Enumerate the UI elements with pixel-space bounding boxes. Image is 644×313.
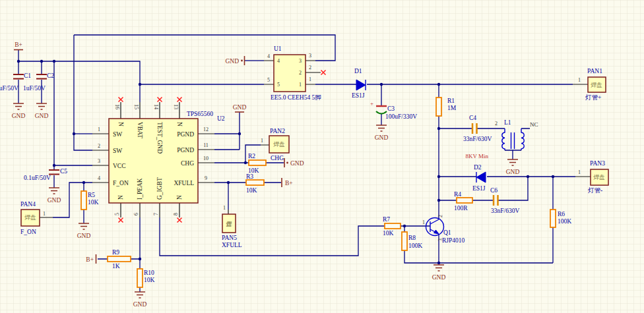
u1-pin-number: 5 (267, 77, 270, 83)
pan1-net-label: 灯管+ (585, 94, 601, 101)
u2-pin-name: N (117, 122, 124, 127)
u2-pin-name: TEST_GND (156, 122, 163, 154)
c2-value: 1uF/50V (23, 85, 46, 92)
u2-pin-name: XFULL (174, 180, 194, 186)
u1-pin-number: 4 (267, 53, 270, 59)
r6-designator: R6 (558, 211, 565, 217)
pan4-pad-label: 焊盘 (24, 214, 36, 221)
c6-value: 33nF/630V (491, 208, 519, 214)
u2-pin-name: PGND (177, 131, 194, 138)
bplus-label: B+ (15, 42, 22, 48)
q1-pin-number: 1 (422, 219, 425, 225)
l1-nc-label: NC (530, 121, 538, 128)
q1-designator: Q1 (443, 229, 451, 236)
u2-pin-number: 13 (173, 104, 179, 109)
pan3-pad-label: 焊盘 (593, 174, 605, 181)
u1-pin-number: 3 (309, 53, 311, 59)
u2-pin-name: VCC (113, 163, 126, 169)
u2-pin-number: 3 (98, 158, 100, 164)
u2-pin-name: N (117, 195, 124, 200)
gnd-label: GND (233, 104, 247, 111)
pan2-designator: PAN2 (270, 128, 285, 134)
r9-value: 1K (112, 263, 120, 270)
c5-designator: C5 (60, 168, 67, 175)
q1-pin-number: 2 (437, 215, 443, 217)
gnd-label: GND (506, 169, 520, 175)
schematic-canvas: TPS65560 U2 SW SW VCC F_ON PGND PGND CHG… (0, 0, 644, 313)
u2-pin-name: PGND (177, 147, 194, 154)
r8-value: 100K (408, 242, 422, 249)
d2-value: ES1J (472, 185, 486, 192)
gnd-label: GND (48, 197, 61, 204)
pan2-pin-number: 1 (261, 138, 263, 144)
gnd-label: GND (290, 160, 304, 167)
gnd-label: GND (77, 233, 91, 239)
pan4-pin-number: 1 (43, 211, 46, 217)
u1-pin-number: 4 (277, 58, 280, 64)
c2-designator: C2 (47, 72, 54, 79)
d1-designator: D1 (354, 68, 362, 74)
c4-designator: C4 (469, 115, 476, 121)
r1-designator: R1 (447, 98, 455, 104)
pan1-designator: PAN1 (587, 68, 602, 74)
r4-designator: R4 (454, 191, 461, 198)
u1-pin-number: 1 (299, 82, 302, 88)
pan2-pad-label: 焊盘 (273, 141, 285, 148)
r10-value: 10K (144, 277, 155, 283)
u2-pin-name: I_PEAK (137, 178, 143, 200)
u2-pin-number: 7 (153, 213, 159, 215)
pan5-net-label: XFULL (222, 242, 242, 248)
pan4-net-label: F_ON (20, 229, 36, 235)
gnd-label: GND (35, 113, 49, 119)
u2-pin-number: 15 (133, 104, 139, 109)
c3-plus-mark: + (370, 100, 373, 107)
bplus-label: B+ (86, 256, 94, 263)
u2-pin-number: 2 (98, 143, 100, 149)
u2-pin-name: G_IGBT (156, 177, 163, 200)
c1-value: 1uF/50V (0, 85, 18, 92)
gnd-label: GND (12, 113, 26, 119)
pan4-designator: PAN4 (20, 201, 36, 208)
u1-comment: EE5.0 CEEH54 5脚 (271, 94, 321, 101)
u1-pin-number: 2 (309, 65, 311, 71)
pan5-designator: PAN5 (222, 235, 237, 241)
pan1-pad-label: 焊盘 (591, 82, 602, 88)
u2-pin-number: 10 (203, 156, 209, 161)
pan2-net-label: CHG (271, 155, 284, 161)
gnd-label: GND (432, 274, 446, 281)
r4-value: 100R (454, 205, 468, 212)
u2-pin-number: 6 (133, 213, 139, 215)
pan3-net-label: 灯管- (588, 187, 602, 194)
pan1-pin-number: 1 (578, 77, 581, 83)
gnd-label: GND (133, 301, 147, 308)
r9-designator: R9 (112, 249, 119, 256)
c3-designator: C3 (387, 105, 395, 112)
u2-pin-name: SW (113, 148, 122, 154)
u2-pin-number: 11 (203, 142, 209, 148)
u2-pin-number: 8 (173, 213, 179, 215)
pan5-pin-number: 1 (223, 205, 226, 211)
u2-pin-number: 5 (114, 213, 120, 215)
c3-value: 100uF/330V (385, 113, 417, 120)
pan3-pin-number: 1 (578, 169, 581, 175)
r8-designator: R8 (408, 235, 416, 241)
u2-pin-name: N (176, 122, 183, 127)
u1-pin-number: 1 (309, 76, 311, 82)
c6-designator: C6 (490, 187, 498, 194)
r3-value: 10K (246, 187, 257, 194)
r10-designator: R10 (144, 270, 154, 276)
r3-designator: R3 (246, 173, 253, 180)
u2-pin-number: 1 (98, 127, 100, 132)
gnd-label: GND (225, 58, 239, 65)
r7-designator: R7 (383, 216, 390, 223)
u1-pin-number: 5 (277, 82, 280, 88)
q1-part: RJP4010 (442, 237, 465, 244)
u2-pin-number: 4 (98, 175, 100, 181)
pan3-designator: PAN3 (590, 160, 605, 167)
bplus-label: B+ (285, 180, 293, 186)
u2-pin-name: CHG (181, 160, 194, 167)
u2-pin-name: N (176, 195, 183, 200)
d1-value: ES1J (352, 92, 365, 99)
sheet-grid (0, 0, 644, 313)
c4-value: 33nF/630V (463, 136, 492, 142)
